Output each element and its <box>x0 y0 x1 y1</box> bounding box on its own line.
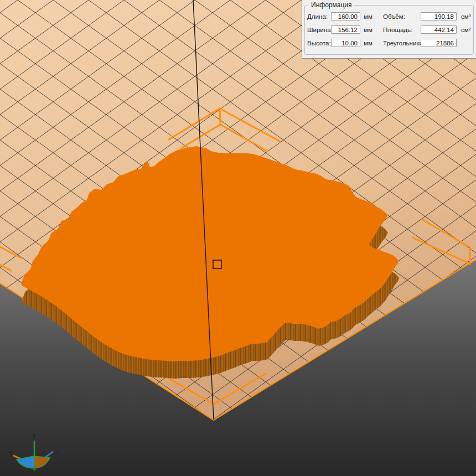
info-groupbox: Информация Длина: мм Объём: см³ Ширина: … <box>304 5 474 55</box>
x-axis-label: x <box>55 447 59 456</box>
origin-marker <box>213 260 221 268</box>
length-unit: мм <box>360 13 383 20</box>
y-axis-label: y <box>9 448 13 457</box>
info-panel: Информация Длина: мм Объём: см³ Ширина: … <box>302 0 476 59</box>
info-fields: Длина: мм Объём: см³ Ширина: мм Площадь:… <box>305 6 473 47</box>
viewport-3d[interactable]: z y x Информация Длина: мм Объём: см³ Ши… <box>0 0 476 476</box>
height-field[interactable] <box>331 39 360 47</box>
volume-label: Объём: <box>383 13 421 20</box>
area-unit: см² <box>457 27 473 33</box>
volume-unit: см³ <box>457 13 473 20</box>
scene-svg: z y x <box>0 0 476 476</box>
width-field[interactable] <box>331 25 360 34</box>
z-axis-label: z <box>32 432 36 440</box>
triangles-field[interactable] <box>421 39 457 47</box>
length-label: Длина: <box>307 13 331 20</box>
area-field[interactable] <box>421 25 457 34</box>
width-unit: мм <box>360 27 383 33</box>
triangles-label: Треугольники <box>383 40 421 46</box>
back-corner-tick <box>220 108 220 125</box>
height-unit: мм <box>360 40 383 46</box>
length-field[interactable] <box>331 12 360 20</box>
area-label: Площадь: <box>383 27 421 33</box>
gizmo-orange-wedge <box>34 456 50 468</box>
height-label: Высота: <box>307 40 331 46</box>
volume-field[interactable] <box>421 12 457 20</box>
axis-indicator: z y x <box>9 432 59 471</box>
width-label: Ширина: <box>307 27 331 33</box>
gizmo-green-tip <box>31 468 38 471</box>
info-panel-title: Информация <box>308 1 354 9</box>
